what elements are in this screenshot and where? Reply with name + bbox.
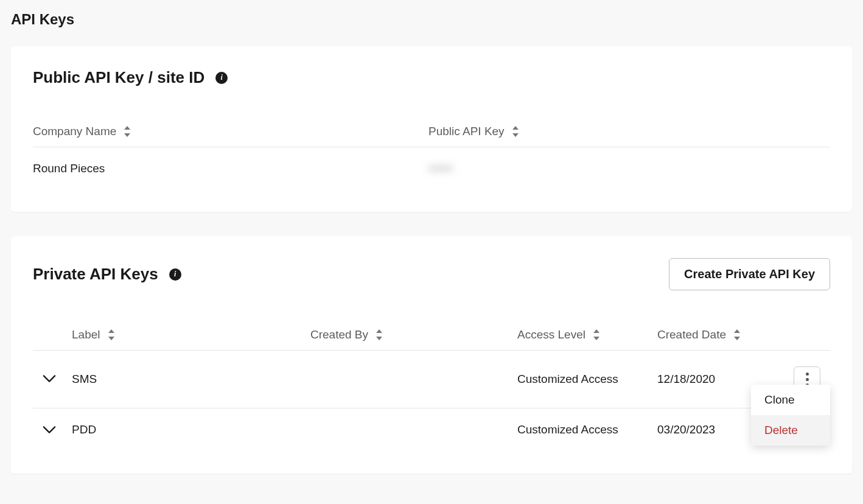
- menu-item-clone[interactable]: Clone: [751, 385, 830, 415]
- chevron-down-icon[interactable]: [43, 372, 56, 385]
- page-title: API Keys: [11, 11, 852, 28]
- public-section-title: Public API Key / site ID: [33, 68, 204, 87]
- column-header-created-by[interactable]: Created By: [310, 328, 368, 341]
- sort-icon[interactable]: [108, 329, 115, 340]
- table-row: SMS Customized Access 12/18/2020 Clone D…: [33, 351, 830, 408]
- created-by-cell: [310, 408, 517, 452]
- menu-item-delete[interactable]: Delete: [751, 415, 830, 446]
- access-level-cell: Customized Access: [517, 351, 657, 408]
- company-name-cell: Round Pieces: [33, 147, 428, 191]
- private-section-title: Private API Keys: [33, 265, 158, 284]
- label-cell: PDD: [72, 408, 310, 452]
- chevron-down-icon[interactable]: [43, 423, 56, 436]
- info-icon[interactable]: i: [215, 72, 228, 84]
- sort-icon[interactable]: [376, 329, 383, 340]
- sort-icon[interactable]: [593, 329, 600, 340]
- sort-icon[interactable]: [512, 126, 519, 137]
- public-api-key-cell: ••••••: [428, 147, 830, 191]
- public-api-key-card: Public API Key / site ID i Company Name …: [11, 46, 852, 212]
- table-row: PDD Customized Access 03/20/2023: [33, 408, 830, 452]
- created-by-cell: [310, 351, 517, 408]
- sort-icon[interactable]: [733, 329, 741, 340]
- column-header-access-level[interactable]: Access Level: [517, 328, 585, 341]
- public-api-key-table: Company Name Public API Key Round Pieces…: [33, 116, 830, 190]
- column-header-label[interactable]: Label: [72, 328, 100, 341]
- label-cell: SMS: [72, 351, 310, 408]
- private-api-keys-table: Label Created By Access Level: [33, 320, 830, 452]
- column-header-public-api-key[interactable]: Public API Key: [428, 125, 505, 138]
- sort-icon[interactable]: [124, 126, 131, 137]
- info-icon[interactable]: i: [169, 268, 181, 281]
- column-header-company-name[interactable]: Company Name: [33, 125, 116, 138]
- row-actions-menu: Clone Delete: [751, 385, 830, 446]
- column-header-created-date[interactable]: Created Date: [657, 328, 726, 341]
- create-private-api-key-button[interactable]: Create Private API Key: [669, 258, 830, 290]
- private-api-keys-card: Private API Keys i Create Private API Ke…: [11, 236, 852, 474]
- access-level-cell: Customized Access: [517, 408, 657, 452]
- table-row: Round Pieces ••••••: [33, 147, 830, 191]
